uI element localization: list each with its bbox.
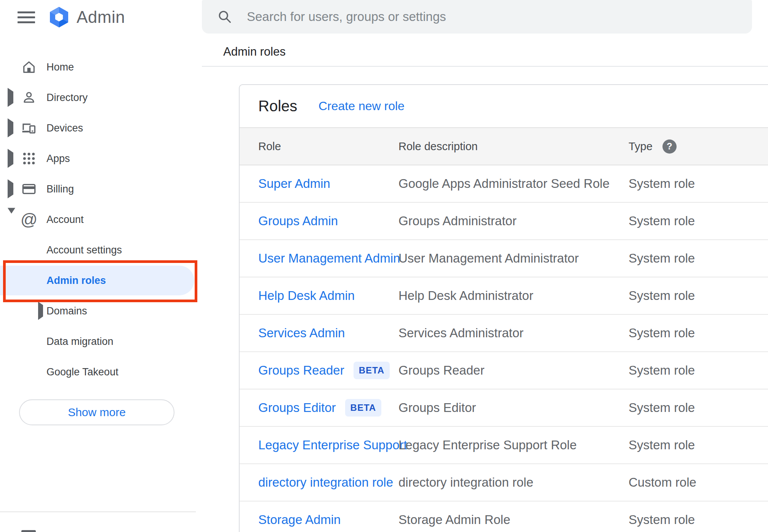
role-description: Legacy Enterprise Support Role bbox=[398, 438, 577, 452]
at-sign-icon: @ bbox=[21, 211, 37, 228]
role-link-label: directory integration role bbox=[258, 475, 393, 490]
sidebar-nav: Home Directory bbox=[0, 52, 196, 387]
hamburger-menu-icon[interactable] bbox=[18, 8, 35, 26]
role-link[interactable]: Groups Admin bbox=[258, 214, 338, 228]
role-link[interactable]: Legacy Enterprise Support bbox=[258, 438, 407, 452]
chevron-right-icon[interactable] bbox=[8, 153, 13, 165]
role-link-label: Groups Editor bbox=[258, 401, 336, 415]
role-link[interactable]: User Management Admin bbox=[258, 251, 400, 266]
role-description: Help Desk Administrator bbox=[398, 288, 533, 303]
table-row: User Management Admin User Management Ad… bbox=[240, 240, 768, 277]
beta-badge: BETA bbox=[354, 362, 390, 379]
sidebar-item-devices[interactable]: Devices bbox=[0, 113, 196, 143]
sidebar-item-billing[interactable]: Billing bbox=[0, 174, 196, 204]
partial-bottom-icon bbox=[21, 530, 36, 532]
role-link[interactable]: Super Admin bbox=[258, 176, 330, 191]
sidebar-item-account-settings[interactable]: Account settings bbox=[0, 235, 196, 265]
chevron-right-icon[interactable] bbox=[8, 183, 13, 195]
role-description: User Management Administrator bbox=[398, 251, 579, 266]
role-link[interactable]: Services Admin bbox=[258, 326, 345, 340]
person-icon bbox=[21, 89, 37, 106]
home-icon bbox=[21, 59, 37, 75]
sidebar-item-label: Google Takeout bbox=[46, 366, 118, 378]
role-type: System role bbox=[629, 438, 695, 452]
sidebar-item-label: Directory bbox=[46, 92, 88, 104]
sidebar: Admin Home Directory bbox=[0, 0, 196, 532]
breadcrumb: Admin roles bbox=[223, 45, 286, 59]
role-type: System role bbox=[629, 251, 695, 266]
sidebar-item-label: Home bbox=[46, 61, 74, 73]
sidebar-item-home[interactable]: Home bbox=[0, 52, 196, 82]
admin-hexagon-icon bbox=[48, 6, 70, 28]
sidebar-divider bbox=[0, 511, 196, 512]
role-description: Groups Editor bbox=[398, 401, 476, 415]
sidebar-item-label: Apps bbox=[46, 153, 70, 165]
show-more-button[interactable]: Show more bbox=[19, 399, 174, 425]
table-row: Groups Reader BETA Groups Reader System … bbox=[240, 352, 768, 389]
role-link[interactable]: Help Desk Admin bbox=[258, 288, 355, 303]
sidebar-item-admin-roles[interactable]: Admin roles bbox=[0, 265, 196, 296]
role-description: directory integration role bbox=[398, 475, 533, 490]
chevron-right-icon[interactable] bbox=[8, 92, 13, 104]
table-body: Super Admin Google Apps Administrator Se… bbox=[240, 165, 768, 532]
role-link[interactable]: directory integration role bbox=[258, 475, 393, 490]
role-link-label: Groups Admin bbox=[258, 214, 338, 228]
sidebar-item-account[interactable]: @ Account bbox=[0, 204, 196, 235]
chevron-down-icon[interactable] bbox=[8, 214, 15, 226]
sidebar-item-label: Data migration bbox=[46, 336, 114, 348]
table-row: Storage Admin Storage Admin Role System … bbox=[240, 502, 768, 532]
beta-badge: BETA bbox=[345, 399, 382, 417]
role-link-label: Super Admin bbox=[258, 176, 330, 191]
role-link-label: Services Admin bbox=[258, 326, 345, 340]
sidebar-item-domains[interactable]: Domains bbox=[0, 296, 196, 326]
column-header-type-label: Type bbox=[629, 140, 653, 153]
role-type: System role bbox=[629, 214, 695, 228]
sidebar-item-data-migration[interactable]: Data migration bbox=[0, 326, 196, 357]
card-title: Roles bbox=[258, 98, 297, 115]
role-type: System role bbox=[629, 288, 695, 303]
sidebar-item-label: Billing bbox=[46, 183, 74, 195]
role-type: System role bbox=[629, 176, 695, 191]
column-header-role: Role bbox=[258, 140, 281, 153]
chevron-right-icon[interactable] bbox=[38, 305, 43, 317]
sidebar-item-google-takeout[interactable]: Google Takeout bbox=[0, 357, 196, 387]
roles-card: Roles Create new role Role Role descript… bbox=[239, 84, 768, 532]
role-type: System role bbox=[629, 326, 695, 340]
help-icon[interactable]: ? bbox=[662, 139, 677, 154]
sidebar-item-label: Account bbox=[46, 214, 84, 226]
create-new-role-link[interactable]: Create new role bbox=[318, 99, 405, 113]
role-link-label: Help Desk Admin bbox=[258, 288, 355, 303]
table-row: Groups Editor BETA Groups Editor System … bbox=[240, 389, 768, 427]
role-link[interactable]: Storage Admin bbox=[258, 513, 341, 527]
header-divider bbox=[202, 66, 768, 67]
search-bar[interactable] bbox=[202, 0, 752, 34]
role-link-label: Storage Admin bbox=[258, 513, 341, 527]
role-type: Custom role bbox=[629, 475, 696, 490]
search-input[interactable] bbox=[247, 10, 734, 24]
role-type: System role bbox=[629, 513, 695, 527]
role-link[interactable]: Groups Editor BETA bbox=[258, 399, 381, 417]
sidebar-item-label: Account settings bbox=[46, 244, 122, 256]
sidebar-item-label: Domains bbox=[46, 305, 87, 317]
sidebar-item-directory[interactable]: Directory bbox=[0, 82, 196, 113]
column-header-role-description: Role description bbox=[398, 140, 478, 153]
apps-grid-icon bbox=[21, 150, 37, 167]
chevron-right-icon[interactable] bbox=[8, 122, 13, 134]
app-title: Admin bbox=[77, 8, 125, 27]
sidebar-item-label: Admin roles bbox=[46, 275, 106, 287]
role-description: Groups Reader bbox=[398, 363, 485, 378]
column-header-type: Type ? bbox=[629, 139, 677, 154]
sidebar-item-label: Devices bbox=[46, 122, 83, 134]
role-link[interactable]: Groups Reader BETA bbox=[258, 362, 390, 379]
role-description: Groups Administrator bbox=[398, 214, 517, 228]
devices-icon bbox=[21, 120, 37, 136]
role-type: System role bbox=[629, 363, 695, 378]
roles-card-header: Roles Create new role bbox=[240, 85, 768, 127]
role-link-label: Legacy Enterprise Support bbox=[258, 438, 407, 452]
sidebar-header: Admin bbox=[0, 0, 196, 34]
sidebar-item-apps[interactable]: Apps bbox=[0, 143, 196, 174]
role-description: Google Apps Administrator Seed Role bbox=[398, 176, 610, 191]
admin-logo: Admin bbox=[48, 6, 125, 28]
role-link-label: User Management Admin bbox=[258, 251, 400, 266]
role-description: Services Administrator bbox=[398, 326, 523, 340]
